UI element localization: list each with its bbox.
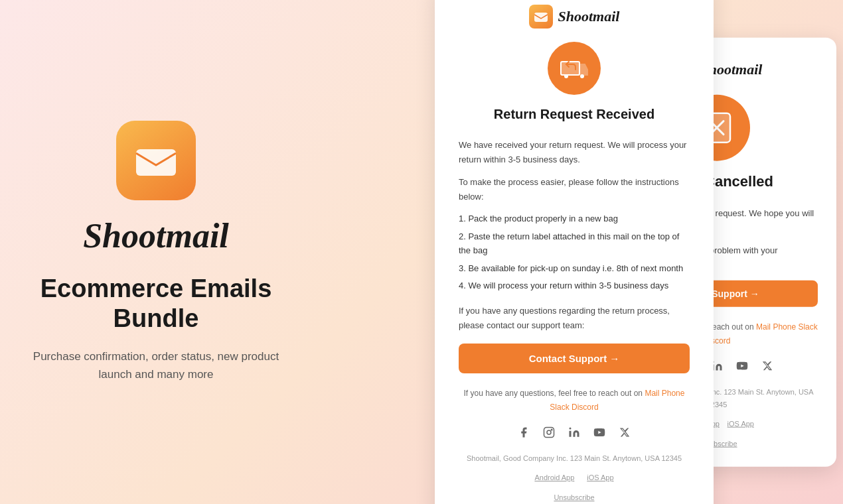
intro-p1: We have received your return request. We… [459,138,690,167]
social-icons-front [459,423,690,442]
svg-rect-0 [136,149,176,176]
card-front-body: We have received your return request. We… [459,138,690,504]
link-mail-front[interactable]: Mail [645,389,659,398]
brand-row-front: Shootmail [529,5,620,29]
brand-title-large: Shootmail [83,216,229,255]
app-links-front: Android App iOS App [459,470,690,485]
return-request-icon [548,42,601,95]
card-front-header: Shootmail Return Request R [459,5,690,122]
android-app-link-front[interactable]: Android App [534,473,574,481]
link-phone-front[interactable]: Phone [662,389,685,398]
youtube-icon-back[interactable] [733,357,751,375]
left-panel: Shootmail Ecommerce Emails Bundle Purcha… [0,0,312,504]
facebook-icon-front[interactable] [514,423,533,442]
ios-app-link-front[interactable]: iOS App [587,473,613,481]
x-icon-back[interactable] [758,357,777,375]
link-slack-back[interactable]: Slack [798,322,817,332]
company-info-front: Shootmail, Good Company Inc. 123 Main St… [459,452,690,465]
svg-rect-11 [534,13,548,22]
step-1: 1. Pack the product properly in a new ba… [459,212,690,226]
steps-list: 1. Pack the product properly in a new ba… [459,212,690,293]
link-discord-front[interactable]: Discord [572,403,599,412]
unsubscribe-front: Unsubscribe [459,490,690,504]
svg-rect-16 [544,428,554,438]
reach-out-text-front: If you have any questions, feel free to … [459,387,690,414]
app-icon-large [116,121,196,200]
youtube-icon-front[interactable] [590,423,609,442]
link-mail-back[interactable]: Mail [756,322,771,332]
return-request-title: Return Request Received [494,107,654,122]
step-2: 2. Paste the return label attached in th… [459,230,690,258]
link-slack-front[interactable]: Slack [550,403,569,412]
link-phone-back[interactable]: Phone [773,322,796,332]
svg-point-15 [580,74,584,78]
step-3: 3. Be available for pick-up on sunday i.… [459,262,690,276]
instagram-icon-front[interactable] [540,423,558,442]
ios-app-link-back[interactable]: iOS App [728,419,754,427]
page-wrapper: Shootmail Ecommerce Emails Bundle Purcha… [0,0,843,504]
svg-point-18 [551,429,552,430]
contact-section-front: If you have any questions regarding the … [459,304,690,373]
unsubscribe-link-front[interactable]: Unsubscribe [554,493,594,501]
contact-text: If you have any questions regarding the … [459,304,690,333]
svg-point-17 [547,430,551,434]
brand-name-front: Shootmail [558,8,620,25]
card-front-return-request: Shootmail Return Request R [435,0,714,504]
x-icon-front[interactable] [615,423,634,442]
product-desc: Purchase confirmation, order status, new… [27,347,285,383]
intro-p2: To make the process easier, please follo… [459,175,690,204]
brand-icon-front [529,5,553,29]
linkedin-icon-front[interactable] [565,423,583,442]
step-4: 4. We will process your return within 3-… [459,279,690,293]
product-title: Ecommerce Emails Bundle [27,274,285,334]
contact-support-button-front[interactable]: Contact Support → [459,344,690,373]
svg-point-14 [564,74,568,78]
svg-point-19 [570,428,572,430]
cards-area: Shootmail Order Cancelled ed your order … [312,0,843,504]
